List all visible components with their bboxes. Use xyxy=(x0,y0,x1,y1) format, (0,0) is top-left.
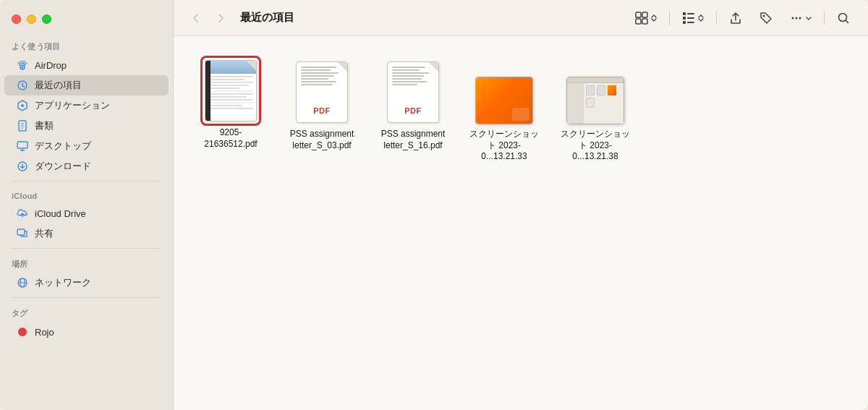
sidebar-item-recents[interactable]: 最近の項目 xyxy=(4,75,169,95)
view-list-button[interactable] xyxy=(676,7,710,29)
sidebar: よく使う項目 AirDrop 最近の項目 アプリケー xyxy=(0,0,174,410)
airdrop-icon xyxy=(16,59,29,72)
documents-icon xyxy=(16,119,29,132)
svg-rect-13 xyxy=(17,229,25,235)
close-button[interactable] xyxy=(12,14,21,24)
svg-rect-19 xyxy=(636,19,641,24)
file-item-3[interactable]: スクリーンショット 2023-0...13.21.33 xyxy=(464,54,544,168)
svg-point-29 xyxy=(796,17,798,19)
sidebar-item-label-downloads: ダウンロード xyxy=(35,160,91,173)
traffic-lights xyxy=(0,6,173,35)
sidebar-item-label-shared: 共有 xyxy=(35,227,54,240)
svg-point-30 xyxy=(799,17,801,19)
sidebar-item-airdrop[interactable]: AirDrop xyxy=(4,55,169,75)
sidebar-item-label-icloud-drive: iCloud Drive xyxy=(35,208,86,219)
more-button[interactable] xyxy=(783,7,818,29)
svg-rect-24 xyxy=(687,13,694,14)
file-item-2[interactable]: PDF PSS assignment letter_S_16.pdf xyxy=(373,54,453,168)
sidebar-item-downloads[interactable]: ダウンロード xyxy=(4,156,169,176)
shared-icon xyxy=(16,227,29,240)
file-icon-1: PDF xyxy=(293,59,351,124)
sidebar-item-network[interactable]: ネットワーク xyxy=(4,273,169,293)
forward-button[interactable] xyxy=(210,9,231,27)
toolbar-separator-1 xyxy=(669,11,670,25)
sidebar-divider-3 xyxy=(12,297,161,298)
sidebar-item-label-documents: 書類 xyxy=(35,119,54,132)
applications-icon xyxy=(16,99,29,112)
svg-rect-25 xyxy=(687,17,694,19)
maximize-button[interactable] xyxy=(42,14,51,24)
svg-point-4 xyxy=(21,104,24,107)
file-item-0[interactable]: 9205-21636512.pdf xyxy=(191,54,271,168)
svg-point-27 xyxy=(763,14,765,17)
toolbar-separator-2 xyxy=(716,11,717,25)
file-icon-2: PDF xyxy=(384,59,442,124)
file-icon-0 xyxy=(202,58,260,123)
tag-red-icon xyxy=(16,325,29,338)
toolbar-right xyxy=(629,7,856,29)
search-button[interactable] xyxy=(830,7,856,29)
file-icon-3 xyxy=(475,59,533,124)
file-name-0: 9205-21636512.pdf xyxy=(195,127,266,150)
back-button[interactable] xyxy=(185,9,207,27)
svg-rect-21 xyxy=(683,12,686,15)
downloads-icon xyxy=(16,160,29,173)
view-icon-button[interactable] xyxy=(629,7,663,29)
page-title: 最近の項目 xyxy=(240,11,623,25)
svg-point-1 xyxy=(22,67,24,69)
recents-icon xyxy=(16,79,29,92)
sidebar-item-label-applications: アプリケーション xyxy=(35,99,110,112)
file-name-3: スクリーンショット 2023-0...13.21.33 xyxy=(469,129,540,163)
sidebar-section-places: 場所 xyxy=(0,253,173,273)
file-name-1: PSS assignment letter_S_03.pdf xyxy=(286,129,357,151)
sidebar-divider-2 xyxy=(12,248,161,249)
sidebar-item-desktop[interactable]: デスクトップ xyxy=(4,136,169,156)
network-icon xyxy=(16,276,29,289)
svg-rect-9 xyxy=(17,142,27,148)
sidebar-item-documents[interactable]: 書類 xyxy=(4,116,169,136)
file-icon-4 xyxy=(566,59,624,124)
toolbar: 最近の項目 xyxy=(174,0,868,36)
sidebar-item-label-tag-red: Rojo xyxy=(35,327,54,338)
minimize-button[interactable] xyxy=(27,14,36,24)
svg-rect-22 xyxy=(683,17,686,20)
sidebar-item-shared[interactable]: 共有 xyxy=(4,223,169,244)
sidebar-section-icloud: iCloud xyxy=(0,186,173,203)
sidebar-item-label-network: ネットワーク xyxy=(35,276,91,289)
file-name-2: PSS assignment letter_S_16.pdf xyxy=(378,129,448,151)
desktop-icon xyxy=(16,140,29,153)
sidebar-section-tags: タグ xyxy=(0,302,173,322)
sidebar-item-label-desktop: デスクトップ xyxy=(35,140,91,153)
main-content: 最近の項目 xyxy=(174,0,868,410)
sidebar-item-label-recents: 最近の項目 xyxy=(35,79,82,92)
toolbar-separator-3 xyxy=(824,11,825,25)
sidebar-item-tag-red[interactable]: Rojo xyxy=(4,322,169,342)
icloud-drive-icon xyxy=(16,207,29,220)
sidebar-item-applications[interactable]: アプリケーション xyxy=(4,95,169,116)
sidebar-item-icloud-drive[interactable]: iCloud Drive xyxy=(4,203,169,223)
share-button[interactable] xyxy=(723,7,749,29)
svg-point-28 xyxy=(792,17,794,19)
sidebar-divider-1 xyxy=(12,181,161,181)
svg-rect-20 xyxy=(642,19,647,24)
sidebar-section-favorites: よく使う項目 xyxy=(0,35,173,55)
svg-rect-23 xyxy=(683,21,686,24)
file-item-4[interactable]: スクリーンショット 2023-0...13.21.38 xyxy=(556,54,635,168)
file-name-4: スクリーンショット 2023-0...13.21.38 xyxy=(560,129,631,163)
tag-button[interactable] xyxy=(753,7,779,29)
svg-rect-17 xyxy=(636,12,641,17)
svg-rect-26 xyxy=(687,22,694,23)
svg-rect-18 xyxy=(642,12,647,17)
file-grid: 9205-21636512.pdf PDF P xyxy=(174,36,868,410)
file-item-1[interactable]: PDF PSS assignment letter_S_03.pdf xyxy=(282,54,362,168)
toolbar-nav xyxy=(185,9,231,27)
sidebar-item-label-airdrop: AirDrop xyxy=(35,60,67,71)
